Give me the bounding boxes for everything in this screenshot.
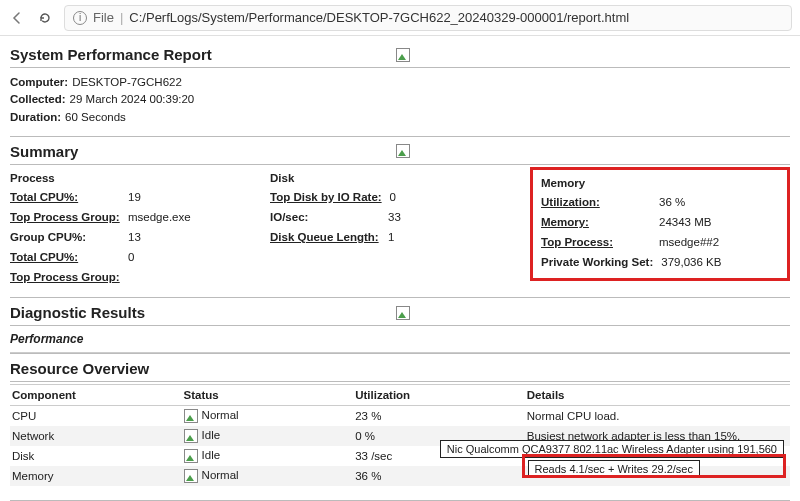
col-util: Utilization (353, 385, 525, 406)
resource-title-bar: Resource Overview (10, 353, 790, 382)
memory-highlight-box: Memory Utilization:36 % Memory:24343 MB … (530, 167, 790, 281)
table-row: CPU Normal 23 % Normal CPU load. (10, 406, 790, 427)
tooltip-nic: Nic Qualcomm QCA9377 802.11ac Wireless A… (440, 440, 784, 458)
report-title: System Performance Report (10, 46, 212, 63)
col-status: Status (182, 385, 354, 406)
broken-image-icon (396, 144, 410, 158)
back-button[interactable] (8, 9, 26, 27)
diagnostic-performance-sub: Performance (10, 326, 790, 353)
report-title-bar: System Performance Report (10, 40, 790, 68)
url-text: C:/PerfLogs/System/Performance/DESKTOP-7… (129, 10, 629, 25)
status-icon (184, 469, 198, 483)
summary-memory-col: Memory Utilization:36 % Memory:24343 MB … (530, 169, 790, 287)
summary-grid: Process Total CPU%:19 Top Process Group:… (10, 165, 790, 297)
summary-title-bar: Summary (10, 136, 790, 165)
resource-title: Resource Overview (10, 360, 149, 377)
col-details: Details (525, 385, 790, 406)
diagnostic-title-bar: Diagnostic Results (10, 297, 790, 326)
url-scheme-label: File (93, 10, 114, 25)
address-bar[interactable]: i File | C:/PerfLogs/System/Performance/… (64, 5, 792, 31)
diagnostic-title: Diagnostic Results (10, 304, 145, 321)
broken-image-icon (396, 48, 410, 62)
tooltip-reads-writes: Reads 4.1/sec + Writes 29.2/sec (528, 460, 700, 478)
summary-disk-col: Disk Top Disk by IO Rate:0 IO/sec:33 Dis… (270, 169, 530, 287)
col-component: Component (10, 385, 182, 406)
browser-toolbar: i File | C:/PerfLogs/System/Performance/… (0, 0, 800, 36)
resource-table-wrap: Component Status Utilization Details CPU… (10, 384, 790, 486)
info-icon: i (73, 11, 87, 25)
summary-title: Summary (10, 143, 78, 160)
summary-process-col: Process Total CPU%:19 Top Process Group:… (10, 169, 270, 287)
status-icon (184, 449, 198, 463)
broken-image-icon (396, 306, 410, 320)
report-meta: Computer:DESKTOP-7GCH622 Collected:29 Ma… (10, 68, 790, 136)
status-icon (184, 409, 198, 423)
status-icon (184, 429, 198, 443)
refresh-button[interactable] (36, 9, 54, 27)
